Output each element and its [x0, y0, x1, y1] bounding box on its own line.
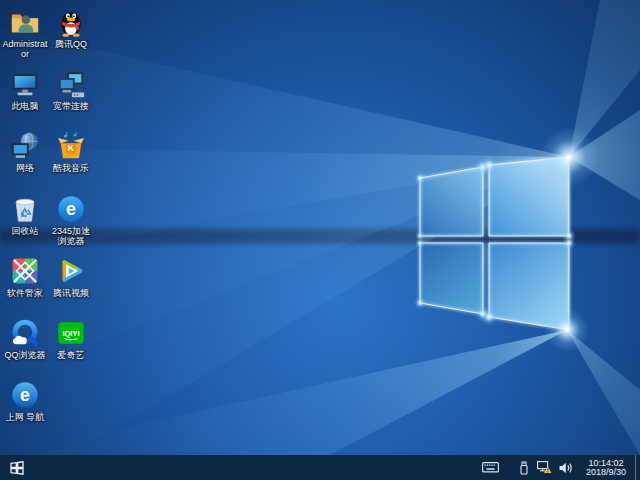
usb-device-icon[interactable]: [518, 455, 531, 480]
wallpaper-image: [0, 0, 640, 455]
desktop-icon-kuwo-music[interactable]: K 酷我音乐: [48, 130, 94, 173]
desktop-icon-recycle-bin[interactable]: 回收站: [2, 193, 48, 236]
internet-e-icon: e: [9, 379, 41, 411]
volume-icon[interactable]: [558, 455, 574, 480]
taskbar-clock[interactable]: 10:14:02 2018/9/30: [586, 458, 626, 478]
taskbar: 10:14:02 2018/9/30: [0, 455, 640, 480]
system-tray: 10:14:02 2018/9/30: [481, 455, 640, 480]
svg-text:iQIYI: iQIYI: [62, 329, 79, 338]
recycle-bin-icon: [9, 193, 41, 225]
desktop-icon-label: 上网 导航: [6, 412, 45, 422]
desktop-icon-label: 网络: [16, 163, 34, 173]
iqiyi-icon: iQIYI: [55, 317, 87, 349]
show-desktop-button[interactable]: [635, 455, 640, 480]
windows-logo-icon: [9, 460, 25, 476]
network-globe-icon: [9, 130, 41, 162]
touch-keyboard-icon[interactable]: [481, 455, 500, 480]
desktop-icon-this-pc[interactable]: 此电脑: [2, 68, 48, 111]
play-button-icon: [55, 255, 87, 287]
browser-e-icon: e: [55, 193, 87, 225]
svg-text:e: e: [20, 385, 30, 405]
software-manager-icon: [9, 255, 41, 287]
desktop-icon-label: QQ浏览器: [4, 350, 45, 360]
desktop-icon-tencent-video[interactable]: 腾讯视频: [48, 255, 94, 298]
start-button[interactable]: [0, 455, 34, 480]
svg-text:K: K: [68, 143, 75, 153]
desktop-icon-label: 爱奇艺: [58, 350, 85, 360]
clock-date: 2018/9/30: [586, 468, 626, 478]
desktop-icon-label: 腾讯视频: [53, 288, 89, 298]
desktop-icon-label: 酷我音乐: [53, 163, 89, 173]
network-warning-icon[interactable]: [536, 455, 553, 480]
desktop-icon-label: 此电脑: [12, 101, 39, 111]
desktop-icon-network[interactable]: 网络: [2, 130, 48, 173]
svg-text:e: e: [66, 199, 76, 219]
computer-monitor-icon: [9, 68, 41, 100]
desktop-icon-software-manager[interactable]: 软件管家: [2, 255, 48, 298]
desktop-icon-iqiyi[interactable]: iQIYI 爱奇艺: [48, 317, 94, 360]
desktop: Administrator 腾讯QQ: [0, 0, 640, 480]
qq-browser-q-icon: [9, 317, 41, 349]
desktop-icon-label: 腾讯QQ: [55, 39, 87, 49]
desktop-icon-tencent-qq[interactable]: 腾讯QQ: [48, 6, 94, 49]
desktop-icon-label: 软件管家: [7, 288, 43, 298]
desktop-icon-2345-browser[interactable]: e 2345加速浏览器: [48, 193, 94, 246]
desktop-icon-label: 2345加速浏览器: [48, 226, 94, 246]
desktop-icon-administrator[interactable]: Administrator: [2, 6, 48, 59]
desktop-icon-label: Administrator: [2, 39, 48, 59]
desktop-icon-broadband[interactable]: 宽带连接: [48, 68, 94, 111]
broadband-connection-icon: [55, 68, 87, 100]
desktop-icon-label: 宽带连接: [53, 101, 89, 111]
desktop-icon-label: 回收站: [12, 226, 39, 236]
desktop-icon-qq-browser[interactable]: QQ浏览器: [2, 317, 48, 360]
desktop-icon-web-navigation[interactable]: e 上网 导航: [2, 379, 48, 422]
kuwo-music-box-icon: K: [55, 130, 87, 162]
qq-penguin-icon: [55, 6, 87, 38]
user-folder-icon: [9, 6, 41, 38]
